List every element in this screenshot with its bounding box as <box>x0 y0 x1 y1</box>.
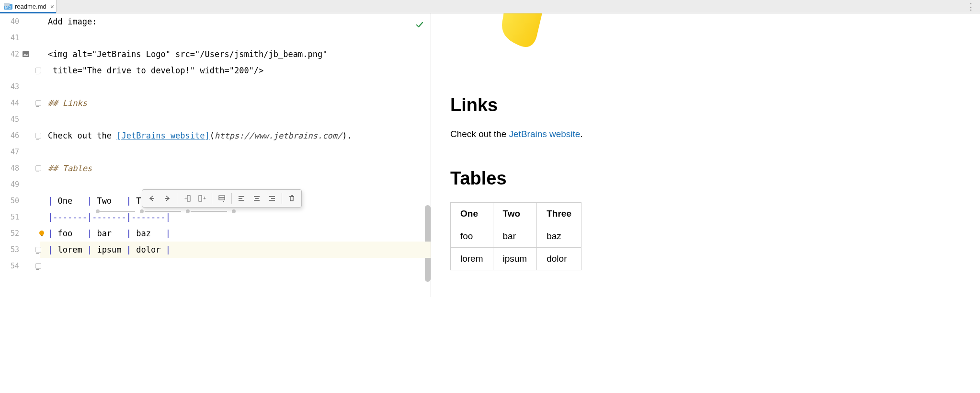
table-row: lorem ipsum dolor <box>451 248 581 270</box>
code-line: | lorem | ipsum | dolor | <box>40 242 431 258</box>
table-header: One <box>451 203 493 225</box>
svg-rect-10 <box>219 196 225 197</box>
code-line <box>40 111 431 127</box>
editor-pane: 404142434445464748495051525354 Add image… <box>0 13 431 297</box>
fold-toggle[interactable] <box>35 165 41 171</box>
fold-toggle[interactable] <box>35 68 41 73</box>
editor-tab-readme[interactable]: MD readme.md × <box>0 0 57 13</box>
table-row: foo bar baz <box>451 225 581 248</box>
fold-toggle[interactable] <box>35 100 41 106</box>
svg-rect-5 <box>41 235 43 236</box>
table-column-handles[interactable] <box>92 210 240 213</box>
table-floating-toolbar: + + <box>142 189 302 208</box>
preview-pane: Links Check out the JetBrains website. T… <box>431 13 980 297</box>
delete-button[interactable] <box>284 192 299 205</box>
table-header: Two <box>493 203 537 225</box>
svg-text:+: + <box>203 195 206 201</box>
insert-col-after-button[interactable]: + <box>194 192 210 205</box>
svg-text:MD: MD <box>5 5 11 10</box>
preview-heading-links: Links <box>450 95 961 116</box>
image-gutter-icon[interactable] <box>22 51 30 58</box>
code-line <box>40 258 431 274</box>
preview-paragraph: Check out the JetBrains website. <box>450 129 961 139</box>
svg-rect-11 <box>219 198 225 200</box>
svg-point-4 <box>39 231 44 235</box>
fold-toggle[interactable] <box>35 247 41 253</box>
code-line: ## Tables <box>40 160 431 176</box>
code-line: <img alt="JetBrains Logo" src="/Users/js… <box>40 46 431 62</box>
code-line: Check out the [JetBrains website](https:… <box>40 127 431 144</box>
code-line: Add image: <box>40 13 431 30</box>
insert-row-button[interactable] <box>214 192 229 205</box>
jetbrains-beam-image <box>479 13 546 57</box>
code-line: title="The drive to develop!" width="200… <box>40 62 431 79</box>
preview-link-jetbrains[interactable]: JetBrains website <box>509 129 581 139</box>
table-header: Three <box>537 203 581 225</box>
nav-next-button[interactable] <box>160 192 175 205</box>
tab-label: readme.md <box>15 3 46 10</box>
code-line <box>40 144 431 160</box>
close-tab-icon[interactable]: × <box>50 3 54 11</box>
svg-rect-2 <box>4 3 10 6</box>
code-line <box>40 30 431 46</box>
align-left-button[interactable] <box>234 192 249 205</box>
markdown-file-icon: MD <box>4 3 12 11</box>
svg-rect-8 <box>199 196 202 201</box>
svg-rect-3 <box>23 51 29 57</box>
fold-toggle[interactable] <box>35 263 41 269</box>
tab-bar: MD readme.md × ⋮ <box>0 0 980 13</box>
code-line <box>40 79 431 95</box>
code-line: ## Links <box>40 95 431 111</box>
gutter: 404142434445464748495051525354 <box>0 13 40 297</box>
preview-table: One Two Three foo bar baz lorem ipsum do… <box>450 202 581 270</box>
insert-col-before-button[interactable]: + <box>179 192 194 205</box>
code-area[interactable]: Add image: <img alt="JetBrains Logo" src… <box>40 13 431 297</box>
align-right-button[interactable] <box>264 192 280 205</box>
align-center-button[interactable] <box>249 192 264 205</box>
svg-rect-7 <box>187 196 190 201</box>
tab-options-icon[interactable]: ⋮ <box>962 1 980 12</box>
nav-prev-button[interactable] <box>144 192 160 205</box>
code-line: | foo | bar | baz | <box>40 225 431 242</box>
intention-bulb-icon[interactable] <box>38 230 45 237</box>
fold-toggle[interactable] <box>35 133 41 139</box>
preview-heading-tables: Tables <box>450 168 961 189</box>
